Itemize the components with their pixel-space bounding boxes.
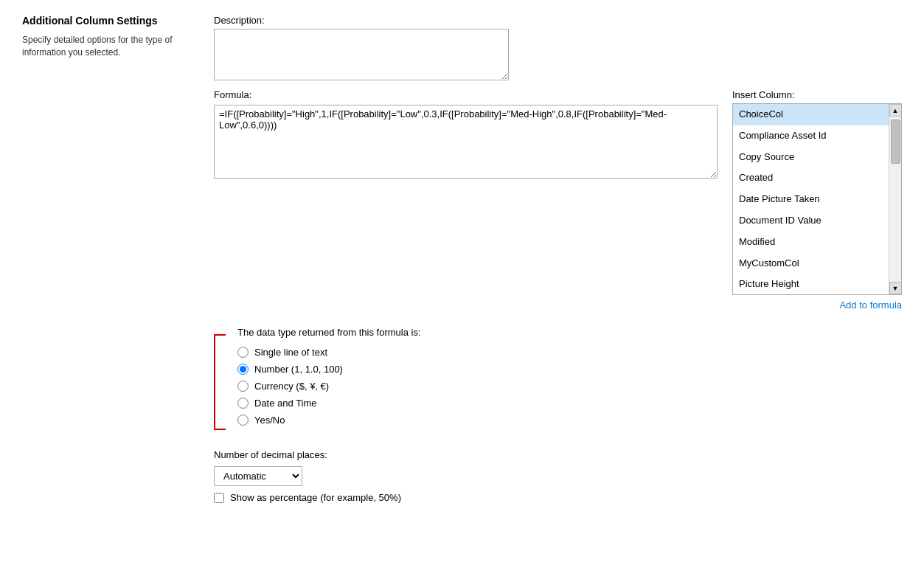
radio-number[interactable]: Number (1, 1.0, 100) [237, 361, 421, 378]
radio-single-line-input[interactable] [237, 347, 249, 358]
radio-yes-no[interactable]: Yes/No [237, 412, 421, 429]
radio-single-line[interactable]: Single line of text [237, 344, 421, 361]
show-percentage-label: Show as percentage (for example, 50%) [230, 492, 401, 503]
insert-column-label: Insert Column: [732, 89, 902, 100]
radio-number-label: Number (1, 1.0, 100) [254, 364, 343, 375]
radio-number-input[interactable] [237, 364, 249, 375]
description-section: Description: [214, 15, 902, 80]
scroll-thumb-area [889, 117, 901, 282]
listbox-item-copy-source[interactable]: Copy Source [733, 147, 889, 168]
insert-column-panel: Insert Column: ChoiceCol Compliance Asse… [732, 89, 902, 311]
page-title: Additional Column Settings [22, 15, 184, 27]
data-type-bracket [214, 334, 226, 430]
radio-currency[interactable]: Currency ($, ¥, €) [237, 378, 421, 395]
main-container: Additional Column Settings Specify detai… [22, 15, 902, 503]
formula-left: Formula: =IF([Probability]="High",1,IF([… [214, 89, 718, 181]
right-panel: Description: Formula: =IF([Probability]=… [214, 15, 902, 503]
decimal-label: Number of decimal places: [214, 449, 902, 460]
formula-textarea[interactable]: =IF([Probability]="High",1,IF([Probabili… [214, 105, 718, 179]
listbox-item-choicecol[interactable]: ChoiceCol [733, 104, 889, 125]
scroll-arrow-down[interactable]: ▼ [889, 282, 902, 294]
radio-date-time-input[interactable] [237, 398, 249, 409]
left-panel: Additional Column Settings Specify detai… [22, 15, 184, 503]
decimal-section: Number of decimal places: Automatic 0 1 … [214, 449, 902, 503]
radio-date-time-label: Date and Time [254, 398, 317, 409]
description-textarea[interactable] [214, 29, 509, 80]
add-to-formula-link[interactable]: Add to formula [839, 299, 902, 311]
show-percentage-checkbox[interactable] [214, 493, 224, 503]
data-type-options: The data type returned from this formula… [237, 327, 421, 429]
data-type-section: The data type returned from this formula… [214, 327, 902, 430]
radio-currency-input[interactable] [237, 381, 249, 392]
radio-date-time[interactable]: Date and Time [237, 395, 421, 412]
page-subtitle: Specify detailed options for the type of… [22, 34, 184, 59]
listbox-item-created[interactable]: Created [733, 167, 889, 189]
radio-currency-label: Currency ($, ¥, €) [254, 381, 329, 392]
radio-yes-no-input[interactable] [237, 415, 249, 426]
listbox-item-date-picture-taken[interactable]: Date Picture Taken [733, 189, 889, 210]
listbox-item-compliance-asset-id[interactable]: Compliance Asset Id [733, 125, 889, 147]
listbox-item-modified[interactable]: Modified [733, 232, 889, 253]
radio-single-line-label: Single line of text [254, 347, 327, 358]
scroll-thumb[interactable] [891, 120, 900, 164]
decimal-select[interactable]: Automatic 0 1 2 3 4 5 [214, 466, 302, 486]
formula-section: Formula: =IF([Probability]="High",1,IF([… [214, 89, 902, 311]
description-label: Description: [214, 15, 902, 26]
listbox-wrapper: ChoiceCol Compliance Asset Id Copy Sourc… [732, 103, 902, 295]
listbox-scrollbar[interactable]: ▲ ▼ [889, 104, 901, 294]
add-to-formula-container: Add to formula [732, 299, 902, 311]
listbox-item-document-id-value[interactable]: Document ID Value [733, 210, 889, 232]
data-type-prompt: The data type returned from this formula… [237, 327, 421, 338]
show-percentage-row[interactable]: Show as percentage (for example, 50%) [214, 492, 902, 503]
scroll-arrow-up[interactable]: ▲ [889, 104, 902, 117]
formula-label: Formula: [214, 89, 251, 100]
listbox-item-mycustomcol[interactable]: MyCustomCol [733, 253, 889, 274]
listbox-item-picture-height[interactable]: Picture Height [733, 274, 889, 294]
listbox-inner: ChoiceCol Compliance Asset Id Copy Sourc… [733, 104, 889, 294]
radio-yes-no-label: Yes/No [254, 415, 285, 426]
